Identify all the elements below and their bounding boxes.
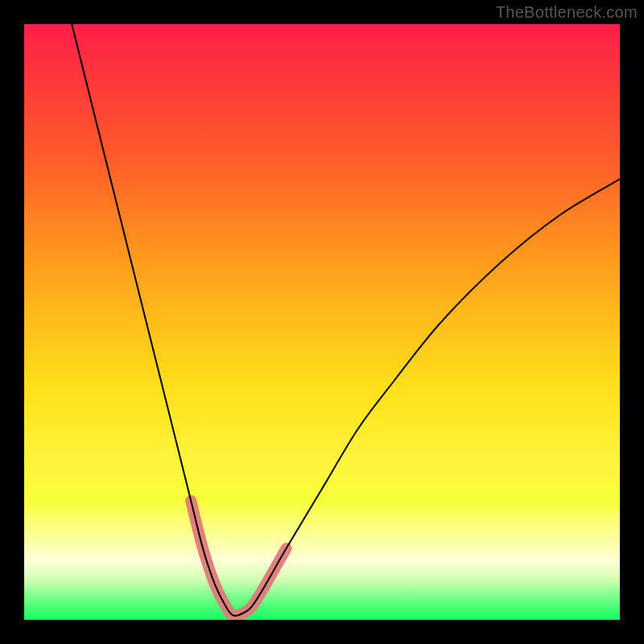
chart-frame: TheBottleneck.com xyxy=(0,0,644,644)
curve-svg xyxy=(24,24,620,620)
bottleneck-curve-line xyxy=(72,24,620,616)
plot-area xyxy=(24,24,620,620)
watermark-text: TheBottleneck.com xyxy=(496,3,638,22)
